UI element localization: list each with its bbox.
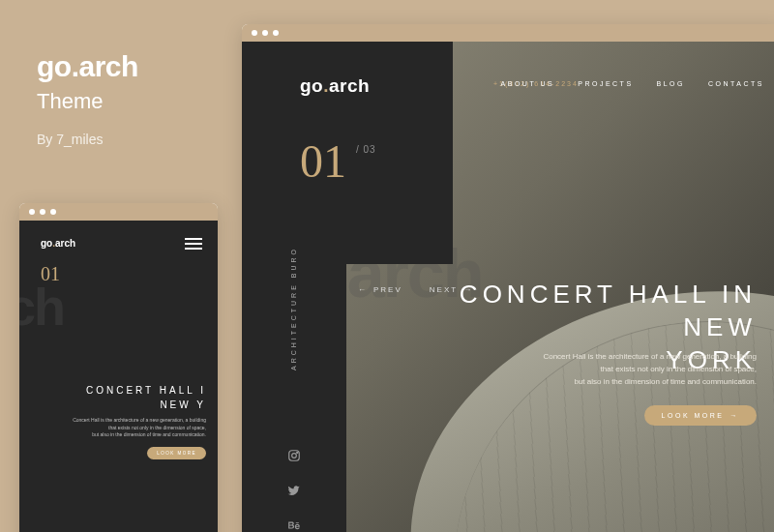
hero-description: Concert Hall is the architecture of a ne… xyxy=(543,351,757,388)
theme-author: By 7_miles xyxy=(37,132,138,147)
cta-label: LOOK MORE xyxy=(662,412,725,419)
instagram-icon[interactable] xyxy=(287,449,301,462)
vertical-label: ARCHITECTURE BURO xyxy=(290,247,297,370)
window-dot xyxy=(50,209,56,215)
window-dot xyxy=(273,30,279,36)
mobile-viewport: go.arch 01 arch CONCERT HALL I NEW Y Con… xyxy=(19,221,218,532)
hero-title-line1: CONCERT HALL IN NEW xyxy=(457,279,757,344)
twitter-icon[interactable] xyxy=(287,484,301,497)
browser-titlebar xyxy=(19,203,218,221)
hero-desc-line: Concert Hall is the architecture of a ne… xyxy=(73,417,206,425)
window-dot xyxy=(262,30,268,36)
logo-part2: arch xyxy=(55,238,75,249)
main-nav: ABOUT US PROJECTS BLOG CONTACTS xyxy=(501,80,764,87)
logo-part2: arch xyxy=(329,75,370,96)
hamburger-menu-icon[interactable] xyxy=(185,238,202,250)
look-more-button[interactable]: LOOK MORE xyxy=(147,447,206,459)
arrow-left-icon: ← xyxy=(358,285,368,294)
hero-description: Concert Hall is the architecture of a ne… xyxy=(73,417,206,439)
cta-label: LOOK MORE xyxy=(157,451,196,456)
social-links xyxy=(287,449,301,532)
logo-part1: go xyxy=(300,75,323,96)
watermark-text: arch xyxy=(19,277,64,337)
site-logo[interactable]: go.arch xyxy=(41,238,75,249)
theme-title: go.arch xyxy=(37,50,138,83)
hero-desc-line: Concert Hall is the architecture of a ne… xyxy=(543,351,757,364)
nav-about[interactable]: ABOUT US xyxy=(501,80,555,87)
browser-titlebar xyxy=(242,24,774,42)
hero-title-line2: NEW Y xyxy=(86,398,206,412)
nav-blog[interactable]: BLOG xyxy=(657,80,685,87)
window-dot xyxy=(40,209,45,215)
behance-icon[interactable] xyxy=(287,518,301,532)
site-logo[interactable]: go.arch xyxy=(300,75,370,97)
next-label: NEXT xyxy=(430,285,458,294)
svg-point-2 xyxy=(297,452,298,453)
slide-counter: 01 / 03 xyxy=(300,138,376,185)
hero-title-line1: CONCERT HALL I xyxy=(86,383,206,398)
look-more-button[interactable]: LOOK MORE → xyxy=(644,405,757,426)
slide-total: / 03 xyxy=(356,144,376,155)
hero-desc-line: but also in the dimension of time and co… xyxy=(543,376,757,389)
prev-button[interactable]: ← PREV xyxy=(358,285,402,294)
hero-desc-line: that exists not only in the dimension of… xyxy=(543,364,757,376)
hero-desc-line: but also in the dimension of time and co… xyxy=(73,431,206,439)
window-dot xyxy=(29,209,35,215)
prev-label: PREV xyxy=(373,285,402,294)
theme-meta: go.arch Theme By 7_miles xyxy=(37,50,138,147)
svg-point-1 xyxy=(292,454,297,458)
logo-part1: go xyxy=(41,238,52,249)
hero-desc-line: that exists not only in the dimension of… xyxy=(73,425,206,432)
window-dot xyxy=(252,30,257,36)
hero-title: CONCERT HALL I NEW Y xyxy=(86,383,206,412)
arrow-right-icon: → xyxy=(730,412,740,419)
nav-contacts[interactable]: CONTACTS xyxy=(708,80,764,87)
desktop-browser-frame: go.arch +1(812) 614-2234 ABOUT US PROJEC… xyxy=(242,24,774,532)
theme-subtitle: Theme xyxy=(37,89,138,114)
slide-current: 01 xyxy=(300,138,346,185)
mobile-browser-frame: go.arch 01 arch CONCERT HALL I NEW Y Con… xyxy=(19,203,218,532)
nav-projects[interactable]: PROJECTS xyxy=(578,80,633,87)
desktop-viewport: go.arch +1(812) 614-2234 ABOUT US PROJEC… xyxy=(242,42,774,532)
